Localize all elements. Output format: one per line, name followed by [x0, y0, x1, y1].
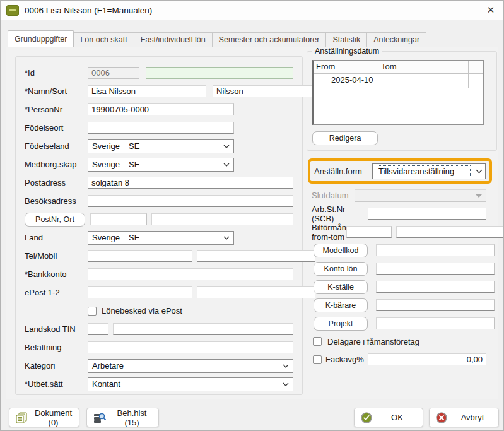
k-barare-field[interactable] [376, 299, 495, 311]
k-barare-button[interactable]: K-bärare [314, 298, 368, 312]
partner-company-label: Delägare i fåmansföretag [327, 337, 419, 346]
avbryt-button-label: Avbryt [453, 413, 492, 422]
birthcountry-select[interactable]: Sverige SE [88, 139, 234, 153]
scb-number-field[interactable] [368, 208, 486, 220]
employment-form-label: Anställn.form [314, 167, 372, 176]
id-label: *Id [25, 68, 88, 78]
ok-button[interactable]: OK [354, 408, 423, 427]
phone-field[interactable] [88, 250, 192, 262]
redigera-button[interactable]: Redigera [312, 131, 378, 145]
chevron-down-icon [279, 360, 293, 372]
name-field[interactable] [88, 85, 206, 97]
email1-field[interactable] [88, 286, 192, 298]
country-select[interactable]: Sverige SE [88, 231, 234, 245]
email2-field[interactable] [197, 286, 315, 298]
documents-icon [16, 412, 28, 423]
end-date-row: Slutdatum [307, 186, 497, 204]
id-field[interactable] [88, 67, 139, 79]
postnr-field[interactable] [90, 213, 147, 225]
tab-grunduppgifter[interactable]: Grunduppgifter [8, 30, 74, 47]
employment-form-select[interactable]: Tillsvidareanställning [372, 163, 486, 179]
birthplace-row: Födelseort [25, 119, 293, 137]
tab-strip: Grunduppgifter Lön och skatt Fast/indivi… [1, 20, 503, 47]
tab-semester-och-ackumulatorer[interactable]: Semester och ackumulatorer [213, 32, 327, 47]
payslip-email-row: Lönebesked via ePost [25, 302, 293, 320]
chevron-down-icon [220, 158, 233, 171]
tin-row: Landskod TIN [25, 320, 293, 338]
personnr-field[interactable] [88, 103, 234, 115]
birthplace-label: Födelseort [25, 123, 88, 133]
tab-statistik[interactable]: Statistik [326, 32, 367, 47]
grid-extra-column [469, 61, 483, 73]
grid-header-tom: Tom [378, 61, 454, 73]
avbryt-button[interactable]: Avbryt [429, 408, 499, 427]
visit-address-field[interactable] [88, 195, 293, 207]
birthcountry-value: Sverige [92, 141, 120, 151]
email-label: ePost 1-2 [25, 288, 88, 297]
email-row: ePost 1-2 [25, 283, 293, 302]
postnr-ort-button[interactable]: PostNr, Ort [25, 213, 85, 227]
chevron-down-icon [220, 232, 233, 244]
close-icon[interactable]: ✕ [482, 3, 500, 18]
konto-lon-field[interactable] [376, 263, 495, 275]
union-fee-field[interactable] [368, 353, 486, 365]
position-field[interactable] [88, 341, 293, 353]
personal-data-groupbox: *Id *Namn/Sort *PersonNr Födelseort [15, 56, 303, 395]
history-search-icon [93, 412, 106, 423]
phone-row: Tel/Mobil [25, 247, 293, 265]
model-code-row: Modellkod [307, 241, 497, 259]
postal-address-field[interactable] [88, 177, 293, 189]
id-row: *Id [25, 64, 293, 82]
tab-anteckningar[interactable]: Anteckningar [367, 32, 426, 47]
category-select[interactable]: Arbetare [88, 359, 293, 373]
dokument-button-label: Dokument (0) [34, 408, 73, 427]
bank-account-field[interactable] [88, 268, 293, 280]
employee-dialog-window: 0006 Lisa Nilsson (F1=Manualen) ✕ Grundu… [0, 0, 504, 431]
car-benefit-tom-field[interactable] [396, 226, 504, 238]
payslip-email-checkbox[interactable] [88, 307, 97, 316]
k-stalle-button[interactable]: K-ställe [314, 280, 368, 294]
car-benefit-label: Bilförmån from-tom [312, 223, 346, 242]
car-benefit-from-field[interactable] [346, 226, 392, 238]
ort-field[interactable] [151, 213, 293, 225]
chevron-down-icon [220, 140, 233, 153]
modellkod-button[interactable]: Modellkod [314, 244, 368, 257]
citizenship-select[interactable]: Sverige SE [88, 158, 234, 172]
title-bar: 0006 Lisa Nilsson (F1=Manualen) ✕ [1, 1, 503, 20]
postal-address-label: Postadress [25, 178, 88, 187]
cost-center-row: K-ställe [307, 278, 497, 296]
modellkod-field[interactable] [376, 244, 495, 256]
citizenship-code: SE [129, 160, 139, 169]
projekt-button[interactable]: Projekt [314, 317, 368, 331]
konto-lon-button[interactable]: Konto lön [314, 262, 368, 276]
table-row[interactable]: 2025-04-10 [314, 74, 483, 88]
grid-header-row: From Tom [314, 61, 483, 74]
payment-method-select[interactable]: Kontant [88, 377, 293, 391]
union-fee-checkbox[interactable] [313, 355, 322, 364]
mobile-field[interactable] [197, 250, 315, 262]
birthplace-field[interactable] [88, 122, 234, 134]
dokument-button[interactable]: Dokument (0) [9, 408, 79, 427]
union-fee-label: Fackavg% [325, 355, 368, 364]
beh-hist-button[interactable]: Beh.hist (15) [86, 408, 159, 427]
employment-dates-grid[interactable]: From Tom 2025-04-10 [312, 60, 484, 125]
tab-lon-och-skatt[interactable]: Lön och skatt [74, 32, 134, 47]
k-stalle-field[interactable] [376, 281, 495, 293]
country-label: Land [25, 233, 88, 242]
cost-bearer-row: K-bärare [307, 296, 497, 314]
dropdown-triangle-icon [475, 194, 483, 198]
name-label: *Namn/Sort [25, 86, 88, 96]
id-search-field[interactable] [146, 67, 293, 79]
grid-cell-from: 2025-04-10 [314, 74, 378, 88]
projekt-field[interactable] [376, 317, 495, 329]
visit-address-label: Besöksadress [25, 196, 88, 206]
partner-company-checkbox[interactable] [313, 337, 322, 346]
citizenship-value: Sverige [92, 160, 120, 169]
tin-country-code-field[interactable] [88, 323, 108, 335]
visit-address-row: Besöksadress [25, 192, 293, 210]
tab-fast-individuell-lon[interactable]: Fast/individuell lön [134, 32, 213, 47]
tab-page-grunduppgifter: *Id *Namn/Sort *PersonNr Födelseort [6, 47, 498, 399]
tin-number-field[interactable] [113, 323, 293, 335]
union-fee-row: Fackavg% [307, 350, 497, 369]
grid-extra-cell [469, 74, 483, 88]
